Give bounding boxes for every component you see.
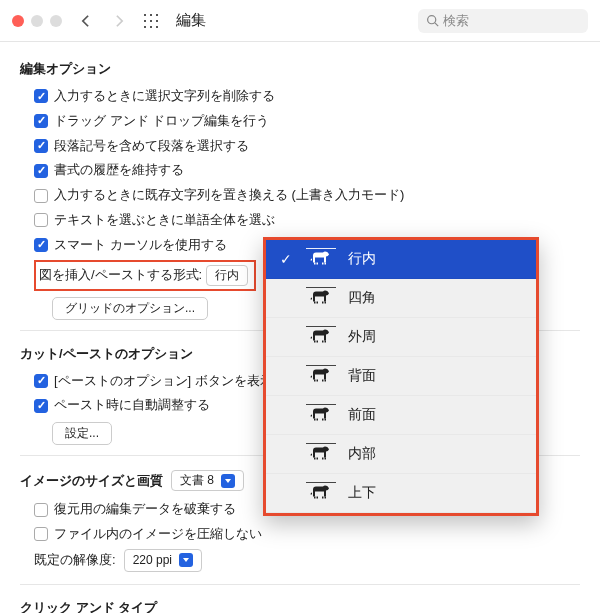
window-title: 編集	[176, 11, 206, 30]
check-icon: ✓	[278, 251, 294, 267]
label-edit-opt-1: ドラッグ アンド ドロップ編集を行う	[54, 111, 269, 132]
wrap-style-icon	[306, 404, 336, 426]
wrap-option-3[interactable]: 背面	[266, 357, 536, 396]
wrap-option-6[interactable]: 上下	[266, 474, 536, 513]
checkbox-discard-edit[interactable]	[34, 503, 48, 517]
search-icon	[426, 14, 439, 27]
checkbox-edit-opt-6[interactable]	[34, 238, 48, 252]
zoom-window-icon[interactable]	[50, 15, 62, 27]
svg-point-0	[428, 16, 436, 24]
insert-format-row: 図を挿入/ペーストする形式: 行内	[34, 260, 256, 291]
titlebar: 編集 検索	[0, 0, 600, 42]
insert-format-select[interactable]: 行内	[206, 265, 248, 286]
default-resolution-select[interactable]: 220 ppi	[124, 549, 202, 572]
wrap-option-4[interactable]: 前面	[266, 396, 536, 435]
wrap-style-icon	[306, 326, 336, 348]
forward-button[interactable]	[108, 10, 130, 32]
insert-format-label: 図を挿入/ペーストする形式:	[39, 266, 202, 284]
label-edit-opt-3: 書式の履歴を維持する	[54, 160, 184, 181]
label-edit-opt-0: 入力するときに選択文字列を削除する	[54, 86, 275, 107]
section-edit-options: 編集オプション	[20, 60, 580, 78]
default-resolution-label: 既定の解像度:	[34, 550, 116, 571]
chevron-down-icon	[179, 553, 193, 567]
label-edit-opt-2: 段落記号を含めて段落を選択する	[54, 136, 249, 157]
checkbox-edit-opt-1[interactable]	[34, 114, 48, 128]
checkbox-no-compress[interactable]	[34, 527, 48, 541]
wrap-style-icon	[306, 365, 336, 387]
label-edit-opt-5: テキストを選ぶときに単語全体を選ぶ	[54, 210, 275, 231]
label-no-compress: ファイル内のイメージを圧縮しない	[54, 524, 262, 545]
apps-grid-icon[interactable]	[142, 12, 160, 30]
wrap-option-5[interactable]: 内部	[266, 435, 536, 474]
search-field[interactable]: 検索	[418, 9, 588, 33]
close-window-icon[interactable]	[12, 15, 24, 27]
wrap-style-icon	[306, 443, 336, 465]
section-click-type: クリック アンド タイプ	[20, 599, 580, 613]
checkbox-show-paste-options[interactable]	[34, 374, 48, 388]
wrap-style-icon	[306, 482, 336, 504]
label-edit-opt-6: スマート カーソルを使用する	[54, 235, 227, 256]
wrap-option-label: 背面	[348, 367, 526, 385]
checkbox-edit-opt-3[interactable]	[34, 164, 48, 178]
cut-paste-settings-button[interactable]: 設定...	[52, 422, 112, 445]
chevron-down-icon	[221, 474, 235, 488]
svg-line-1	[435, 23, 438, 26]
wrap-option-1[interactable]: 四角	[266, 279, 536, 318]
wrap-style-icon	[306, 248, 336, 270]
wrap-option-label: 内部	[348, 445, 526, 463]
checkbox-auto-adjust[interactable]	[34, 399, 48, 413]
wrap-style-icon	[306, 287, 336, 309]
checkbox-edit-opt-0[interactable]	[34, 89, 48, 103]
minimize-window-icon[interactable]	[31, 15, 43, 27]
wrap-option-2[interactable]: 外周	[266, 318, 536, 357]
wrap-option-label: 行内	[348, 250, 526, 268]
label-discard-edit: 復元用の編集データを破棄する	[54, 499, 236, 520]
wrap-option-label: 前面	[348, 406, 526, 424]
wrap-style-menu[interactable]: ✓行内四角外周背面前面内部上下	[263, 237, 539, 516]
grid-options-button[interactable]: グリッドのオプション...	[52, 297, 208, 320]
image-doc-select[interactable]: 文書 8	[171, 470, 244, 491]
back-button[interactable]	[74, 10, 96, 32]
checkbox-edit-opt-5[interactable]	[34, 213, 48, 227]
label-show-paste-options: [ペーストのオプション] ボタンを表示	[54, 371, 273, 392]
wrap-option-label: 上下	[348, 484, 526, 502]
checkbox-edit-opt-4[interactable]	[34, 189, 48, 203]
checkbox-edit-opt-2[interactable]	[34, 139, 48, 153]
window-controls	[12, 15, 62, 27]
wrap-option-0[interactable]: ✓行内	[266, 240, 536, 279]
label-auto-adjust: ペースト時に自動調整する	[54, 395, 210, 416]
label-edit-opt-4: 入力するときに既存文字列を置き換える (上書き入力モード)	[54, 185, 404, 206]
wrap-option-label: 四角	[348, 289, 526, 307]
search-placeholder: 検索	[443, 12, 469, 30]
wrap-option-label: 外周	[348, 328, 526, 346]
